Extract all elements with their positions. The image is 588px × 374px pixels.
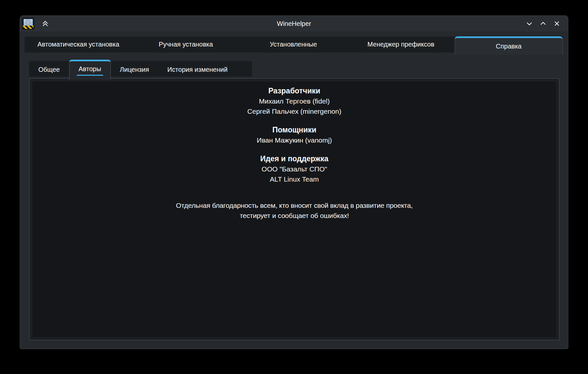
author-line: ООО "Базальт СПО"	[32, 164, 556, 174]
authors-content: Разработчики Михаил Тергоев (fidel) Серг…	[32, 82, 556, 221]
thanks-note: Отдельная благодарность всем, кто вносит…	[32, 200, 556, 221]
minimize-button[interactable]	[525, 19, 534, 28]
close-button[interactable]	[552, 19, 561, 28]
winehelper-app-icon[interactable]: ⚙	[22, 17, 34, 30]
tab-authors[interactable]: Авторы	[69, 60, 111, 80]
tab-auto-install[interactable]: Автоматическая установка	[25, 36, 132, 52]
help-pane: Разработчики Михаил Тергоев (fidel) Серг…	[29, 78, 559, 340]
author-line: Иван Мажукин (vanomj)	[32, 135, 556, 145]
authors-scroll-area[interactable]: Разработчики Михаил Тергоев (fidel) Серг…	[32, 82, 556, 337]
developers-section: Разработчики Михаил Тергоев (fidel) Серг…	[32, 86, 556, 116]
author-line: ALT Linux Team	[32, 174, 556, 184]
section-heading: Разработчики	[32, 86, 556, 96]
thanks-line: Отдельная благодарность всем, кто вносит…	[32, 200, 556, 210]
double-chevron-up-icon	[42, 20, 49, 27]
close-icon	[554, 20, 560, 27]
section-heading: Помощники	[32, 125, 556, 135]
hazard-stripes-icon	[23, 26, 33, 29]
tab-general[interactable]: Общее	[29, 61, 69, 78]
app-icon-background: ⚙	[24, 19, 33, 26]
maximize-button[interactable]	[539, 19, 548, 28]
keep-above-button[interactable]	[40, 19, 50, 29]
chevron-down-icon	[526, 20, 533, 27]
tab-license[interactable]: Лицензия	[111, 61, 158, 78]
helpers-section: Помощники Иван Мажукин (vanomj)	[32, 125, 556, 145]
tab-changelog[interactable]: История изменений	[158, 61, 237, 78]
titlebar: ⚙ WineHelper	[20, 16, 568, 31]
tab-manual-install[interactable]: Ручная установка	[132, 36, 240, 52]
tab-installed[interactable]: Установленные	[240, 36, 347, 52]
window-controls	[525, 19, 568, 28]
gear-icon: ⚙	[25, 19, 32, 27]
chevron-up-icon	[540, 20, 546, 27]
tab-prefix-manager[interactable]: Менеджер префиксов	[347, 36, 455, 52]
author-line: Михаил Тергоев (fidel)	[32, 96, 556, 106]
winehelper-window: ⚙ WineHelper	[20, 15, 568, 349]
thanks-line: тестирует и сообщает об ошибках!	[32, 210, 556, 221]
idea-support-section: Идея и поддержка ООО "Базальт СПО" ALT L…	[32, 154, 556, 184]
help-tab-bar: Общее Авторы Лицензия История изменений	[29, 60, 252, 79]
main-tab-bar: Автоматическая установка Ручная установк…	[25, 36, 563, 55]
section-heading: Идея и поддержка	[32, 154, 556, 164]
tab-help[interactable]: Справка	[455, 36, 563, 55]
author-line: Сергей Пальчех (minergenon)	[32, 106, 556, 116]
window-title: WineHelper	[20, 20, 568, 28]
